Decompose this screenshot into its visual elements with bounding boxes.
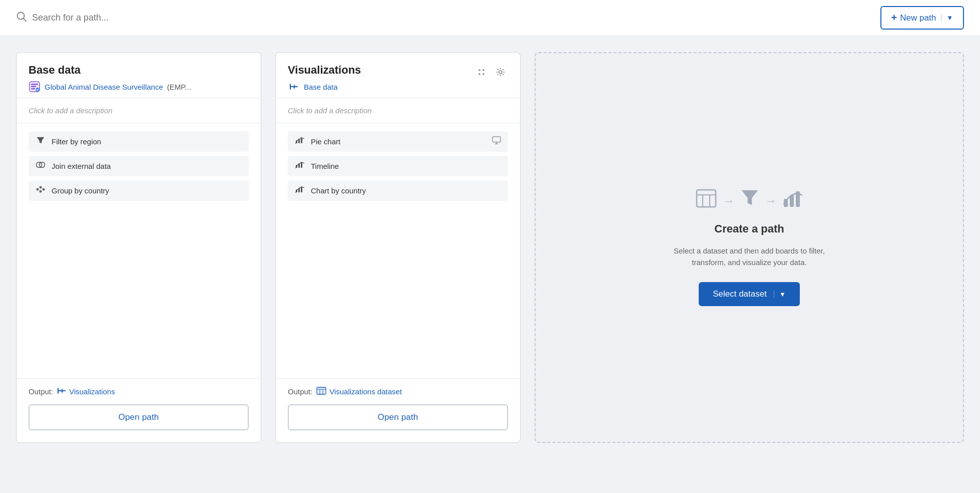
svg-point-25	[482, 73, 484, 75]
chart-icon-panel	[783, 189, 803, 212]
create-path-description: Select a dataset and then add boards to …	[669, 245, 829, 268]
main-content: Base data Global Animal Disease Surveill…	[0, 36, 980, 459]
select-dataset-label: Select dataset	[713, 289, 767, 299]
search-icon	[16, 11, 27, 25]
step-chart-country[interactable]: Chart by country	[288, 180, 508, 201]
arrow-icon-1: →	[723, 194, 735, 208]
visualizations-steps: Pie chart	[276, 123, 520, 378]
base-data-open-path-button[interactable]: Open path	[29, 404, 249, 430]
step-timeline-label: Timeline	[311, 162, 339, 170]
chart-icon-pie	[295, 136, 305, 147]
visualizations-title-area: Visualizations Base data	[288, 64, 361, 93]
svg-point-11	[40, 186, 42, 189]
chart-icon-country	[295, 185, 305, 196]
grid-icon-button[interactable]	[474, 65, 489, 80]
step-filter-region[interactable]: Filter by region	[29, 131, 249, 152]
table-icon	[696, 189, 717, 212]
output-dataset-icon	[316, 387, 326, 396]
visualizations-title: Visualizations	[288, 64, 361, 77]
arrow-icon-2: →	[765, 194, 777, 208]
chevron-down-icon: ▼	[941, 14, 953, 22]
svg-point-26	[499, 71, 502, 74]
create-path-panel: → → Create a path Select a dataset and t…	[535, 52, 964, 443]
visualizations-header: Visualizations Base data	[276, 53, 520, 98]
create-path-title: Create a path	[714, 222, 784, 235]
visualizations-open-path-button[interactable]: Open path	[288, 404, 508, 430]
chart-icon-timeline	[295, 161, 305, 171]
svg-point-22	[478, 69, 480, 71]
filter-icon-panel	[741, 189, 759, 212]
svg-point-10	[37, 188, 39, 191]
output-path-icon	[57, 387, 66, 396]
header: + New path ▼	[0, 0, 980, 36]
output-dataset-link[interactable]: Visualizations dataset	[316, 387, 402, 396]
step-join-external[interactable]: Join external data	[29, 156, 249, 176]
output-label: Output:	[29, 387, 53, 396]
base-data-title: Base data	[29, 64, 249, 77]
svg-rect-5	[31, 88, 35, 90]
path-icon	[288, 81, 300, 93]
svg-line-1	[24, 18, 27, 21]
visualizations-description[interactable]: Click to add a description	[276, 98, 520, 123]
filter-icon	[36, 136, 46, 147]
plus-icon: +	[891, 12, 897, 24]
new-path-button[interactable]: + New path ▼	[880, 6, 964, 30]
svg-rect-43	[697, 190, 716, 207]
select-dataset-button[interactable]: Select dataset ▼	[699, 282, 800, 306]
svg-point-12	[43, 188, 45, 191]
base-data-card: Base data Global Animal Disease Surveill…	[16, 52, 261, 443]
group-icon	[36, 185, 46, 196]
step-pie-chart-label: Pie chart	[311, 137, 340, 146]
step-group-country-label: Group by country	[52, 186, 109, 195]
step-timeline[interactable]: Timeline	[288, 156, 508, 176]
svg-rect-3	[31, 84, 38, 85]
visualizations-dataset-link[interactable]: Base data	[304, 83, 338, 91]
visualizations-header-row: Visualizations Base data	[288, 64, 508, 93]
visualizations-dataset: Base data	[288, 81, 361, 93]
search-input[interactable]	[32, 13, 202, 23]
svg-rect-4	[31, 86, 36, 88]
step-filter-region-label: Filter by region	[52, 137, 101, 146]
output-dataset-label: Visualizations dataset	[329, 387, 402, 396]
base-data-dataset: Global Animal Disease Surveillance (EMP.…	[29, 81, 249, 93]
search-area	[16, 11, 202, 25]
output-visualizations-link[interactable]: Visualizations	[57, 387, 115, 396]
step-pie-chart[interactable]: Pie chart	[288, 131, 508, 152]
create-path-icons: → →	[696, 189, 803, 212]
svg-point-23	[482, 69, 484, 71]
dataset-icon	[29, 81, 41, 93]
svg-point-24	[478, 73, 480, 75]
base-data-output: Output: Visualizations	[17, 378, 261, 404]
visualizations-output: Output: Visualizations dataset	[276, 378, 520, 404]
svg-rect-39	[317, 387, 326, 394]
monitor-icon[interactable]	[492, 136, 501, 147]
base-data-description[interactable]: Click to add a description	[17, 98, 261, 123]
base-data-steps: Filter by region Join external data	[17, 123, 261, 378]
svg-marker-47	[742, 190, 758, 205]
join-icon	[36, 161, 46, 171]
output-visualizations-label: Visualizations	[69, 387, 115, 396]
step-chart-country-label: Chart by country	[311, 186, 366, 195]
svg-rect-30	[493, 137, 501, 142]
output-label-2: Output:	[288, 387, 312, 396]
dataset-suffix: (EMP...	[167, 83, 191, 91]
visualizations-card: Visualizations Base data	[275, 52, 521, 443]
dataset-link[interactable]: Global Animal Disease Surveillance	[45, 83, 163, 91]
visualizations-header-icons	[474, 65, 508, 80]
step-join-external-label: Join external data	[52, 162, 111, 170]
base-data-header: Base data Global Animal Disease Surveill…	[17, 53, 261, 98]
svg-point-13	[40, 190, 42, 193]
select-dataset-chevron: ▼	[774, 291, 786, 298]
new-path-label: New path	[900, 13, 936, 23]
gear-icon-button[interactable]	[493, 65, 508, 80]
svg-marker-7	[37, 137, 44, 143]
step-group-country[interactable]: Group by country	[29, 180, 249, 201]
